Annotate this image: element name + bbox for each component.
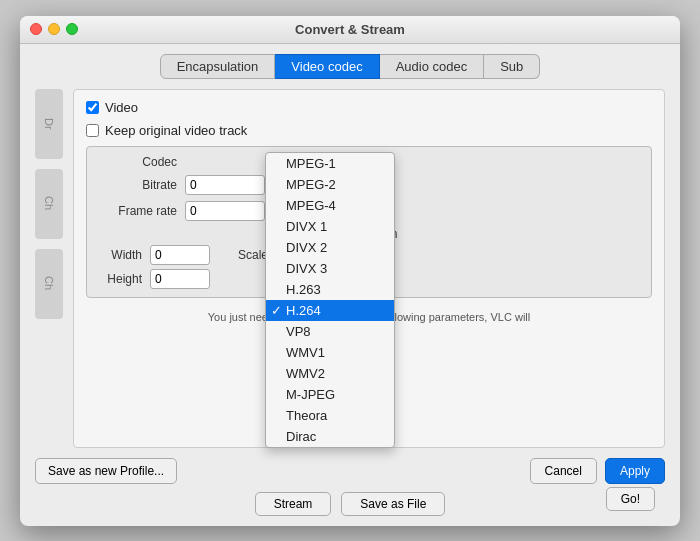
width-input[interactable] [150,245,210,265]
video-checkbox-row: Video [86,100,652,115]
bitrate-input[interactable] [185,175,265,195]
maximize-button[interactable] [66,23,78,35]
height-input[interactable] [150,269,210,289]
sidebar-item-ch1: Ch [35,169,63,239]
dropdown-item-wmv1[interactable]: WMV1 [266,342,394,363]
scale-label: Scale [238,248,268,262]
framerate-label: Frame rate [97,204,177,218]
keep-original-row: Keep original video track [86,123,652,138]
checkmark-icon: ✓ [271,303,282,318]
dropdown-item-vp8[interactable]: VP8 [266,321,394,342]
sidebar-item-ch2: Ch [35,249,63,319]
dropdown-item-divx3[interactable]: DIVX 3 [266,258,394,279]
tab-audio-codec[interactable]: Audio codec [380,54,485,79]
codec-row: Codec MPEG-1 MPEG-2 MPEG-4 DIVX 1 DIVX 2… [97,155,641,169]
window-content: Encapsulation Video codec Audio codec Su… [20,44,680,526]
sidebar: Dr Ch Ch [35,89,63,448]
height-label: Height [97,272,142,286]
apply-button[interactable]: Apply [605,458,665,484]
save-profile-button[interactable]: Save as new Profile... [35,458,177,484]
dropdown-item-mjpeg[interactable]: M-JPEG [266,384,394,405]
dropdown-item-h264[interactable]: ✓ H.264 [266,300,394,321]
close-button[interactable] [30,23,42,35]
stream-button[interactable]: Stream [255,492,332,516]
dropdown-item-mpeg2[interactable]: MPEG-2 [266,174,394,195]
cancel-button[interactable]: Cancel [530,458,597,484]
dropdown-item-wmv2[interactable]: WMV2 [266,363,394,384]
form-grid: Codec MPEG-1 MPEG-2 MPEG-4 DIVX 1 DIVX 2… [86,146,652,298]
width-label: Width [97,248,142,262]
dropdown-item-mpeg1[interactable]: MPEG-1 [266,153,394,174]
dropdown-item-dirac[interactable]: Dirac [266,426,394,447]
keep-original-checkbox[interactable] [86,124,99,137]
stream-row: Stream Save as File [35,492,665,516]
video-checkbox[interactable] [86,101,99,114]
window-title: Convert & Stream [295,22,405,37]
sidebar-item-dr: Dr [35,89,63,159]
minimize-button[interactable] [48,23,60,35]
bottom-buttons: Save as new Profile... Cancel Apply [35,458,665,484]
right-buttons: Cancel Apply [530,458,665,484]
codec-label: Codec [97,155,177,169]
video-label: Video [105,100,138,115]
codec-dropdown[interactable]: MPEG-1 MPEG-2 MPEG-4 DIVX 1 DIVX 2 DIVX … [265,152,395,448]
tab-subtitles[interactable]: Sub [484,54,540,79]
keep-original-label: Keep original video track [105,123,247,138]
framerate-input[interactable] [185,201,265,221]
form-panel: Video Keep original video track Codec [73,89,665,448]
tab-encapsulation[interactable]: Encapsulation [160,54,276,79]
tab-bar: Encapsulation Video codec Audio codec Su… [35,54,665,79]
dropdown-item-h264-label: H.264 [286,303,321,318]
dropdown-item-mpeg4[interactable]: MPEG-4 [266,195,394,216]
dropdown-item-divx1[interactable]: DIVX 1 [266,216,394,237]
main-window: Convert & Stream Encapsulation Video cod… [20,16,680,526]
tab-video-codec[interactable]: Video codec [275,54,379,79]
dropdown-item-divx2[interactable]: DIVX 2 [266,237,394,258]
window-controls [30,23,78,35]
main-area: Dr Ch Ch Video Keep original video track [35,89,665,448]
bitrate-label: Bitrate [97,178,177,192]
dropdown-item-h263[interactable]: H.263 [266,279,394,300]
save-as-file-button[interactable]: Save as File [341,492,445,516]
titlebar: Convert & Stream [20,16,680,44]
go-button[interactable]: Go! [606,487,655,511]
dropdown-item-theora[interactable]: Theora [266,405,394,426]
